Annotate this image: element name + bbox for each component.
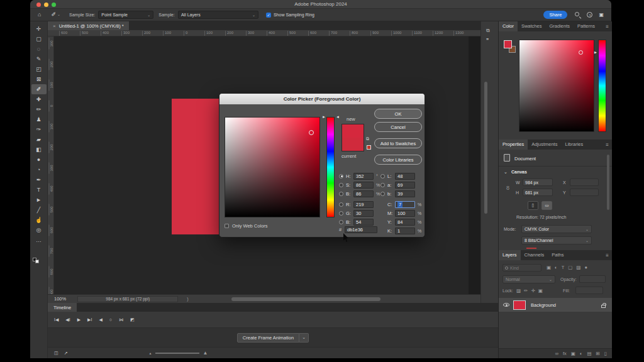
lab-b-field[interactable]: 39 [395, 190, 415, 197]
loop-options-icon[interactable]: ○ [109, 317, 112, 322]
lock-artboard-icon[interactable]: ▣ [538, 288, 543, 293]
layer-thumbnail[interactable] [513, 300, 526, 310]
history-brush-tool[interactable]: ✑ [31, 124, 47, 134]
convert-to-video-timeline-icon[interactable]: ◫ [54, 351, 58, 356]
green-field[interactable]: 30 [353, 210, 374, 217]
workspace-icon[interactable]: ▣ [599, 12, 604, 18]
filter-type-layers-icon[interactable]: T [562, 265, 565, 270]
landscape-orientation-button[interactable]: ▭ [541, 201, 552, 210]
adjustment-layer-icon[interactable]: ◐ [580, 351, 583, 356]
layer-mask-icon[interactable]: ▣ [571, 351, 575, 356]
frame-tool[interactable]: ⊠ [31, 74, 47, 84]
sample-size-select[interactable]: Point Sample ⌄ [98, 11, 153, 19]
lock-position-icon[interactable]: ✛ [531, 288, 535, 293]
saturation-field[interactable]: 86 [353, 182, 374, 189]
play-icon[interactable]: ▶ [77, 317, 80, 322]
blue-radio[interactable] [339, 220, 343, 224]
tab-timeline[interactable]: Timeline [48, 303, 77, 312]
chevron-down-icon[interactable]: ⌄ [504, 170, 508, 175]
blend-mode-select[interactable]: Normal ⌄ [502, 275, 555, 283]
zoom-tool[interactable]: ◎ [31, 225, 47, 235]
duplicate-frame-icon[interactable]: ◩ [130, 317, 135, 322]
hue-slider-arrow-left[interactable]: ► [322, 115, 326, 119]
current-color-swatch[interactable] [342, 138, 364, 151]
yellow-field[interactable]: 84 [395, 219, 415, 226]
eyedropper-tool[interactable]: ✐ [31, 84, 47, 94]
tab-adjustments[interactable]: Adjustments [528, 140, 561, 150]
magenta-field[interactable]: 100 [395, 210, 415, 217]
gradient-tool[interactable]: ◧ [31, 145, 47, 155]
spot-healing-tool[interactable]: ✚ [31, 94, 47, 104]
sample-select[interactable]: All Layers ⌄ [178, 11, 258, 19]
lock-pixels-icon[interactable]: ✏ [524, 288, 528, 293]
properties-scrollbar[interactable] [607, 155, 609, 210]
tab-patterns[interactable]: Patterns [574, 21, 599, 31]
more-tools[interactable]: … [31, 235, 47, 245]
chevron-down-icon[interactable]: ⌄ [57, 12, 60, 18]
panel-foreground-swatch[interactable] [504, 40, 512, 48]
tab-color[interactable]: Color [499, 21, 518, 31]
tab-layers[interactable]: Layers [499, 250, 521, 260]
create-frame-animation-button[interactable]: Create Frame Animation [237, 333, 299, 343]
tween-icon[interactable]: ⋈ [119, 317, 123, 322]
tab-libraries[interactable]: Libraries [561, 140, 587, 150]
zoom-in-icon[interactable]: ▲ [203, 350, 208, 356]
rectangular-marquee-tool[interactable]: ▢ [31, 34, 47, 44]
web-safe-color-swatch[interactable] [367, 145, 371, 150]
close-tab-icon[interactable]: × [53, 23, 56, 29]
dialog-title[interactable]: Color Picker (Foreground Color) [219, 94, 425, 104]
horizontal-scrollbar[interactable] [231, 297, 380, 301]
gamut-warning-icon[interactable]: ⧉ [366, 136, 369, 141]
lab-a-radio[interactable] [380, 183, 385, 187]
timeline-zoom-slider[interactable]: ▴ ▲ [150, 350, 208, 356]
object-selection-tool[interactable]: ✎ [31, 54, 47, 64]
tab-properties[interactable]: Properties [499, 140, 528, 150]
cancel-button[interactable]: Cancel [374, 122, 422, 132]
filter-pixel-layers-icon[interactable]: ▣ [547, 265, 551, 270]
layer-lock-icon[interactable] [601, 305, 606, 308]
hue-slider-arrow-right[interactable]: ◄ [336, 115, 340, 119]
hue-field[interactable]: 352 [353, 173, 374, 180]
layer-filter-search[interactable]: Kind [502, 264, 541, 272]
tab-channels[interactable]: Channels [521, 250, 548, 260]
default-colors-icon[interactable] [33, 258, 40, 264]
green-radio[interactable] [339, 211, 343, 216]
bit-depth-select[interactable]: 8 Bits/Channel ⌄ [521, 236, 592, 244]
clone-stamp-tool[interactable]: ♟ [31, 114, 47, 124]
link-dimensions-icon[interactable]: 8 [506, 185, 509, 191]
fill-field[interactable] [575, 287, 603, 294]
chevron-down-icon[interactable]: ⌄ [299, 333, 309, 343]
slider-track[interactable] [155, 353, 199, 354]
height-field[interactable]: 681 px [523, 189, 553, 196]
new-group-icon[interactable]: ▤ [587, 351, 591, 356]
help-icon[interactable]: ? [587, 12, 592, 18]
panel-menu-icon[interactable]: ≡ [606, 253, 609, 258]
y-field[interactable] [570, 189, 599, 196]
zoom-level-field[interactable]: 100% [54, 296, 66, 302]
tab-paths[interactable]: Paths [548, 250, 567, 260]
search-icon[interactable] [575, 12, 580, 18]
delete-layer-icon[interactable]: ▯ [604, 351, 607, 356]
picker-hue-slider[interactable] [326, 117, 335, 217]
lock-transparency-icon[interactable]: ▨ [516, 288, 521, 293]
zoom-out-icon[interactable]: ▴ [150, 351, 152, 355]
filter-toggle-icon[interactable]: ● [584, 265, 587, 270]
blue-field[interactable]: 54 [353, 219, 374, 226]
picker-color-marker[interactable] [309, 130, 314, 135]
line-tool[interactable]: ╱ [31, 205, 47, 215]
flatten-frames-icon[interactable]: ↗ [64, 351, 68, 356]
color-field-marker[interactable] [579, 50, 583, 55]
hex-field[interactable]: db1e36 [345, 226, 377, 233]
previous-frame-icon[interactable]: ◀I [65, 317, 70, 322]
hue-radio[interactable] [339, 174, 343, 178]
brush-tool[interactable]: ✏ [31, 104, 47, 114]
link-layers-icon[interactable]: ∞ [555, 351, 558, 356]
cyan-field[interactable]: 7 [395, 201, 415, 208]
tab-swatches[interactable]: Swatches [518, 21, 546, 31]
lab-b-radio[interactable] [380, 192, 385, 196]
layer-row-background[interactable]: Background [499, 298, 612, 312]
filter-shape-layers-icon[interactable]: ▢ [568, 265, 572, 270]
color-field[interactable] [519, 40, 594, 132]
portrait-orientation-button[interactable]: ▯ [528, 201, 538, 210]
comments-icon[interactable]: ❞ [486, 38, 489, 43]
